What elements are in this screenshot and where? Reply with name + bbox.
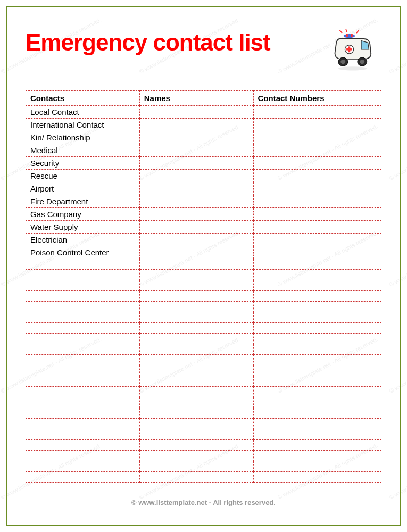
name-cell (139, 170, 253, 182)
column-header-contacts: Contacts (26, 91, 140, 106)
number-cell (253, 234, 381, 246)
empty-cell (26, 334, 140, 344)
empty-cell (253, 334, 381, 344)
empty-cell (139, 387, 253, 397)
contact-cell: Electrician (26, 234, 140, 246)
empty-cell (253, 429, 381, 440)
empty-cell (253, 472, 381, 483)
contact-cell: Airport (26, 182, 140, 195)
name-cell (139, 157, 253, 170)
footer-text: © www.listtemplate.net - All rights rese… (21, 498, 386, 506)
empty-cell (26, 387, 140, 397)
name-cell (139, 182, 253, 195)
table-row: Medical (26, 144, 381, 157)
empty-cell (253, 355, 381, 365)
table-header-row: Contacts Names Contact Numbers (26, 91, 381, 106)
empty-cell (26, 270, 140, 280)
empty-cell (139, 355, 253, 365)
empty-cell (139, 291, 253, 302)
name-cell (139, 195, 253, 208)
page-content: Emergency contact list (21, 16, 386, 516)
contact-cell: Gas Company (26, 208, 140, 221)
empty-cell (26, 302, 140, 312)
table-row (26, 451, 381, 461)
number-cell (253, 144, 381, 157)
name-cell (139, 119, 253, 131)
empty-cell (139, 344, 253, 355)
name-cell (139, 106, 253, 119)
empty-cell (26, 355, 140, 365)
empty-cell (139, 376, 253, 387)
empty-cell (253, 461, 381, 472)
number-cell (253, 170, 381, 182)
table-row (26, 419, 381, 429)
table-row (26, 334, 381, 344)
table-row (26, 259, 381, 270)
table-row (26, 440, 381, 451)
number-cell (253, 195, 381, 208)
empty-cell (139, 472, 253, 483)
table-row (26, 461, 381, 472)
empty-cell (139, 461, 253, 472)
column-header-numbers: Contact Numbers (253, 91, 381, 106)
table-row: Rescue (26, 170, 381, 182)
svg-point-10 (340, 60, 345, 64)
number-cell (253, 182, 381, 195)
empty-cell (139, 302, 253, 312)
empty-cell (253, 419, 381, 429)
empty-cell (253, 280, 381, 291)
number-cell (253, 221, 381, 234)
table-row (26, 323, 381, 334)
contact-cell: Water Supply (26, 221, 140, 234)
empty-cell (139, 397, 253, 408)
empty-cell (253, 302, 381, 312)
table-row (26, 429, 381, 440)
table-row: Fire Department (26, 195, 381, 208)
name-cell (139, 234, 253, 246)
contact-cell: Fire Department (26, 195, 140, 208)
empty-cell (26, 312, 140, 323)
empty-cell (139, 323, 253, 334)
empty-cell (139, 419, 253, 429)
svg-point-13 (338, 66, 367, 70)
number-cell (253, 119, 381, 131)
empty-cell (26, 419, 140, 429)
name-cell (139, 246, 253, 259)
svg-line-0 (340, 30, 343, 33)
empty-cell (26, 451, 140, 461)
empty-cell (26, 461, 140, 472)
empty-cell (26, 323, 140, 334)
contact-cell: Local Contact (26, 106, 140, 119)
empty-cell (26, 365, 140, 376)
contact-cell: Rescue (26, 170, 140, 182)
svg-rect-5 (351, 34, 353, 37)
number-cell (253, 106, 381, 119)
table-row: Gas Company (26, 208, 381, 221)
table-row: Water Supply (26, 221, 381, 234)
contact-table-container: Contacts Names Contact Numbers Local Con… (26, 90, 381, 483)
empty-cell (139, 365, 253, 376)
empty-cell (253, 323, 381, 334)
table-row: Local Contact (26, 106, 381, 119)
header: Emergency contact list (21, 16, 386, 72)
empty-cell (139, 270, 253, 280)
ambulance-icon (333, 29, 380, 72)
empty-cell (26, 280, 140, 291)
table-row (26, 312, 381, 323)
empty-cell (26, 408, 140, 419)
contact-cell: Medical (26, 144, 140, 157)
table-row (26, 387, 381, 397)
table-row: Kin/ Relationship (26, 131, 381, 144)
empty-cell (26, 429, 140, 440)
svg-line-1 (346, 29, 347, 32)
empty-cell (139, 408, 253, 419)
table-row: Security (26, 157, 381, 170)
table-row: International Contact (26, 119, 381, 131)
empty-cell (139, 280, 253, 291)
svg-rect-4 (346, 34, 348, 37)
column-header-names: Names (139, 91, 253, 106)
svg-line-2 (356, 30, 359, 33)
number-cell (253, 208, 381, 221)
empty-cell (253, 344, 381, 355)
empty-cell (253, 440, 381, 451)
